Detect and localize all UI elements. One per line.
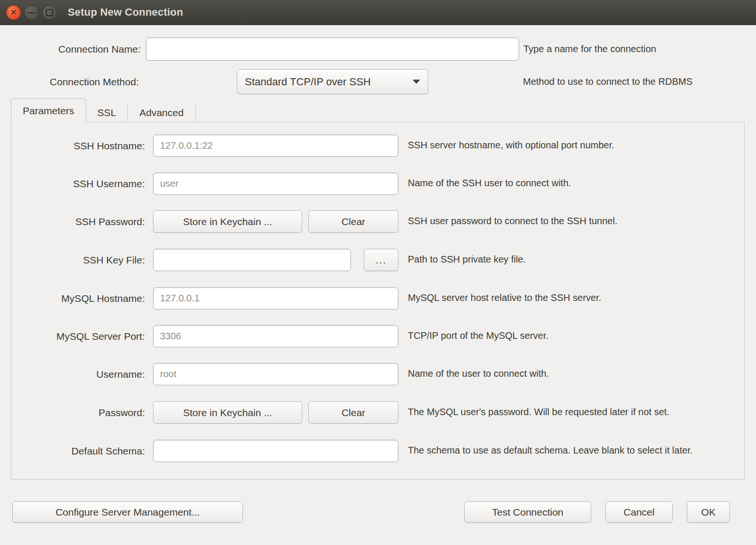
default-schema-label: Default Schema: <box>11 440 145 462</box>
connection-name-input[interactable] <box>146 37 519 61</box>
connection-method-selected: Standard TCP/IP over SSH <box>245 76 371 88</box>
connection-method-hint: Method to use to connect to the RDBMS <box>523 69 693 94</box>
ssh-key-file-browse-button[interactable]: ... <box>364 249 398 271</box>
tab-strip: Parameters SSL Advanced <box>11 98 196 122</box>
ssh-username-hint: Name of the SSH user to connect with. <box>408 173 737 189</box>
ok-label: OK <box>701 507 715 518</box>
title-bar: ✕ — Setup New Connection <box>0 0 756 25</box>
mysql-hostname-label: MySQL Hostname: <box>11 287 145 309</box>
ssh-key-file-label: SSH Key File: <box>11 249 145 271</box>
password-store-keychain-label: Store in Keychain ... <box>183 407 272 418</box>
username-hint: Name of the user to connect with. <box>408 363 737 380</box>
ssh-username-label: SSH Username: <box>11 173 145 195</box>
tab-advanced[interactable]: Advanced <box>128 103 195 122</box>
cancel-label: Cancel <box>623 507 654 518</box>
connection-name-label: Connection Name: <box>0 37 141 61</box>
minimize-icon: — <box>27 9 36 17</box>
configure-server-management-button[interactable]: Configure Server Management... <box>12 501 243 523</box>
close-icon: ✕ <box>10 9 17 17</box>
cancel-button[interactable]: Cancel <box>605 501 673 523</box>
tab-advanced-label: Advanced <box>139 107 183 118</box>
close-button[interactable]: ✕ <box>6 5 21 20</box>
ssh-hostname-hint: SSH server hostname, with optional port … <box>408 135 737 151</box>
configure-server-management-label: Configure Server Management... <box>55 507 200 518</box>
connection-name-hint: Type a name for the connection <box>523 37 656 61</box>
tab-ssl-label: SSL <box>98 107 117 118</box>
ssh-hostname-input[interactable] <box>153 135 398 157</box>
tab-parameters-label: Parameters <box>23 105 74 117</box>
ssh-password-store-keychain-button[interactable]: Store in Keychain ... <box>153 210 302 233</box>
ok-button[interactable]: OK <box>687 501 730 523</box>
mysql-hostname-hint: MySQL server host relative to the SSH se… <box>408 287 737 304</box>
ssh-username-input[interactable] <box>153 173 398 195</box>
tab-parameters[interactable]: Parameters <box>11 98 86 123</box>
password-clear-button[interactable]: Clear <box>308 401 398 424</box>
ssh-key-file-hint: Path to SSH private key file. <box>408 249 737 265</box>
ssh-password-hint: SSH user password to connect to the SSH … <box>408 210 737 227</box>
mysql-server-port-input[interactable] <box>153 325 398 347</box>
username-label: Username: <box>11 363 145 385</box>
default-schema-input[interactable] <box>153 440 398 462</box>
mysql-server-port-hint: TCP/IP port of the MySQL server. <box>408 325 737 342</box>
ssh-password-label: SSH Password: <box>11 210 145 233</box>
mysql-server-port-label: MySQL Server Port: <box>11 325 145 347</box>
connection-method-dropdown[interactable]: Standard TCP/IP over SSH <box>237 69 428 94</box>
test-connection-button[interactable]: Test Connection <box>464 501 591 523</box>
password-label: Password: <box>11 401 145 424</box>
ssh-key-file-input[interactable] <box>153 249 351 271</box>
password-store-keychain-button[interactable]: Store in Keychain ... <box>153 401 302 424</box>
test-connection-label: Test Connection <box>492 507 564 518</box>
parameters-panel: SSH Hostname: SSH server hostname, with … <box>11 122 745 480</box>
chevron-down-icon <box>413 80 420 84</box>
mysql-hostname-input[interactable] <box>153 287 398 309</box>
maximize-icon <box>46 9 53 16</box>
minimize-button[interactable]: — <box>24 5 39 20</box>
default-schema-hint: The schema to use as default schema. Lea… <box>408 440 737 456</box>
maximize-button[interactable] <box>42 5 57 20</box>
password-hint: The MySQL user's password. Will be reque… <box>408 401 737 418</box>
ssh-password-clear-label: Clear <box>342 216 365 227</box>
password-clear-label: Clear <box>342 407 365 418</box>
tab-ssl[interactable]: SSL <box>86 103 128 122</box>
ssh-hostname-label: SSH Hostname: <box>11 135 145 157</box>
window-title: Setup New Connection <box>68 6 183 18</box>
ssh-password-store-keychain-label: Store in Keychain ... <box>183 216 272 227</box>
connection-method-label: Connection Method: <box>0 69 139 94</box>
ssh-key-file-browse-label: ... <box>376 254 387 266</box>
ssh-password-clear-button[interactable]: Clear <box>308 210 398 233</box>
username-input[interactable] <box>153 363 398 385</box>
